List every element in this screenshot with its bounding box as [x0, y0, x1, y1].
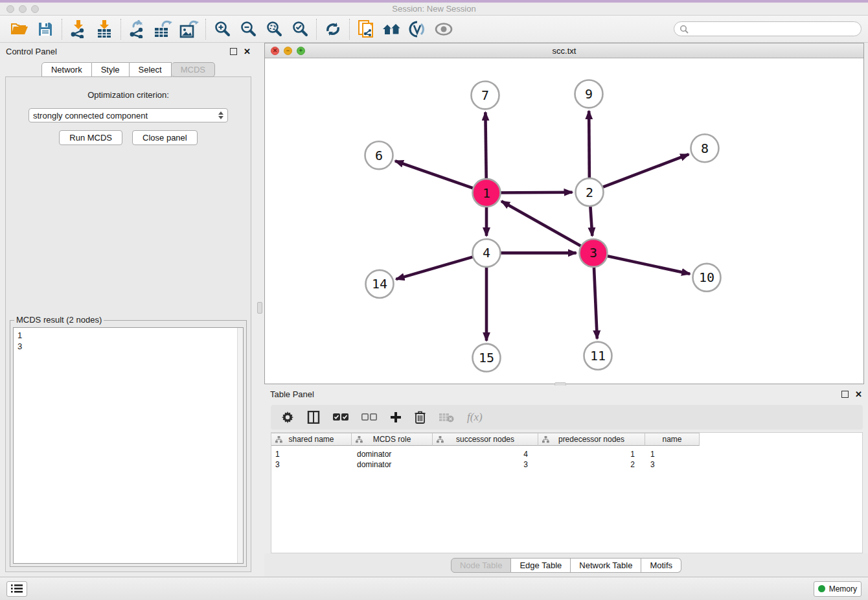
import-table-icon[interactable]: [91, 18, 117, 40]
select-all-columns-icon[interactable]: [333, 413, 348, 422]
tab-mcds[interactable]: MCDS: [172, 62, 215, 77]
network-maximize-icon[interactable]: +: [297, 47, 305, 55]
table-panel: Table Panel ✕ f(x) shared nameMCDS roles…: [264, 386, 868, 577]
tab-select[interactable]: Select: [130, 62, 172, 77]
create-column-icon[interactable]: [390, 411, 402, 423]
edge-3-10[interactable]: [593, 253, 690, 273]
edge-2-8[interactable]: [589, 154, 689, 192]
toolbar-separator: [120, 19, 121, 40]
tab-network[interactable]: Network: [41, 62, 92, 77]
tab-node-table[interactable]: Node Table: [451, 558, 512, 573]
zoom-selected-icon[interactable]: [287, 18, 313, 40]
column-header-label: MCDS role: [373, 435, 411, 444]
graph-node-label-9: 9: [585, 86, 593, 102]
cell-successor-nodes[interactable]: 3: [433, 459, 538, 470]
import-network-from-ndex-icon[interactable]: [353, 18, 379, 40]
optimization-criterion-label: Optimization criterion:: [6, 90, 251, 100]
vertical-splitter-handle[interactable]: [257, 302, 262, 314]
zoom-out-icon[interactable]: [235, 18, 261, 40]
cell-name[interactable]: 3: [645, 459, 700, 470]
export-table-icon[interactable]: [150, 18, 176, 40]
export-image-icon[interactable]: [176, 18, 202, 40]
network-window-titlebar[interactable]: ✕ − + scc.txt: [265, 43, 863, 58]
show-columns-icon[interactable]: [307, 411, 320, 424]
network-view-window: ✕ − + scc.txt 7968124314101511: [264, 43, 864, 384]
column-header-successor-nodes[interactable]: successor nodes: [433, 433, 538, 446]
open-session-icon[interactable]: [6, 18, 32, 40]
dropdown-chevrons-icon: [218, 111, 223, 119]
import-network-icon[interactable]: [65, 18, 91, 40]
graph-node-label-15: 15: [479, 350, 494, 365]
control-panel-title: Control Panel: [6, 47, 57, 56]
tab-edge-table[interactable]: Edge Table: [511, 558, 571, 573]
cell-shared-name[interactable]: 1: [271, 449, 352, 459]
network-canvas[interactable]: 7968124314101511: [265, 58, 863, 384]
control-panel: Control Panel ✕ NetworkStyleSelectMCDS O…: [0, 43, 257, 577]
show-graphics-details-eye-icon[interactable]: [431, 18, 457, 40]
cell-predecessor-nodes[interactable]: 1: [538, 449, 645, 459]
graph-node-label-11: 11: [590, 348, 606, 363]
column-header-mcds-role[interactable]: MCDS role: [352, 433, 433, 446]
network-close-icon[interactable]: ✕: [271, 47, 279, 55]
mcds-tab-content: Optimization criterion: strongly connect…: [5, 76, 251, 572]
column-header-name[interactable]: name: [645, 433, 700, 446]
cell-predecessor-nodes[interactable]: 2: [538, 459, 645, 470]
search-input[interactable]: [692, 25, 856, 34]
export-network-icon[interactable]: [124, 18, 150, 40]
network-window-title: scc.txt: [265, 46, 863, 56]
show-panel-list-button[interactable]: [6, 581, 27, 597]
control-panel-tabs: NetworkStyleSelectMCDS: [0, 62, 257, 77]
column-type-icon: [437, 436, 444, 445]
memory-status-dot: [818, 585, 825, 592]
delete-table-icon[interactable]: [439, 412, 454, 422]
tab-network-table[interactable]: Network Table: [571, 558, 641, 573]
run-mcds-button[interactable]: Run MCDS: [59, 130, 122, 145]
cell-name[interactable]: 1: [645, 449, 700, 459]
table-row[interactable]: 1dominator411: [271, 449, 862, 459]
mcds-result-text[interactable]: 1 3: [14, 328, 243, 354]
column-header-label: name: [662, 435, 681, 444]
table-row[interactable]: 3dominator323: [271, 459, 862, 470]
apply-layout-icon[interactable]: [320, 18, 346, 40]
table-mode-gear-icon[interactable]: [281, 411, 294, 424]
table-tabs-strip: Node TableEdge TableNetwork TableMotifs: [264, 553, 868, 577]
window-title: Session: New Session: [0, 4, 868, 14]
float-panel-icon[interactable]: [230, 48, 237, 55]
close-panel-icon[interactable]: ✕: [244, 48, 251, 55]
zoom-in-icon[interactable]: [209, 18, 235, 40]
close-panel-button[interactable]: Close panel: [132, 130, 198, 145]
graph-node-label-2: 2: [586, 185, 593, 200]
deselect-all-columns-icon[interactable]: [361, 413, 377, 422]
edge-3-1[interactable]: [501, 202, 593, 253]
memory-button[interactable]: Memory: [814, 581, 862, 597]
tab-style[interactable]: Style: [92, 62, 130, 77]
graph-node-label-8: 8: [701, 141, 709, 156]
function-builder-icon[interactable]: f(x): [467, 411, 483, 424]
close-table-panel-icon[interactable]: ✕: [855, 391, 862, 398]
save-session-icon[interactable]: [32, 18, 58, 40]
memory-label: Memory: [829, 584, 857, 594]
graph-node-label-1: 1: [483, 185, 490, 201]
column-type-icon: [356, 436, 363, 445]
column-header-predecessor-nodes[interactable]: predecessor nodes: [538, 433, 645, 446]
window-titlebar: Session: New Session: [0, 0, 868, 16]
delete-columns-trash-icon[interactable]: [415, 411, 426, 424]
cell-mcds-role[interactable]: dominator: [352, 459, 433, 470]
cyndex-icon[interactable]: [405, 18, 431, 40]
node-table: shared nameMCDS rolesuccessor nodesprede…: [271, 432, 863, 553]
ndex-home-icon[interactable]: [379, 18, 405, 40]
list-icon: [11, 584, 23, 594]
result-scrollbar[interactable]: [237, 328, 243, 563]
cell-shared-name[interactable]: 3: [271, 459, 352, 470]
graph-node-label-7: 7: [481, 87, 489, 103]
float-table-panel-icon[interactable]: [841, 391, 849, 398]
cell-successor-nodes[interactable]: 4: [433, 449, 538, 459]
main-toolbar: [0, 16, 868, 43]
zoom-fit-icon[interactable]: [261, 18, 287, 40]
toolbar-search[interactable]: [674, 21, 862, 36]
column-header-shared-name[interactable]: shared name: [271, 433, 352, 446]
network-minimize-icon[interactable]: −: [284, 47, 292, 55]
tab-motifs[interactable]: Motifs: [641, 558, 681, 573]
optimization-criterion-select[interactable]: strongly connected component: [29, 108, 228, 122]
cell-mcds-role[interactable]: dominator: [352, 449, 433, 459]
